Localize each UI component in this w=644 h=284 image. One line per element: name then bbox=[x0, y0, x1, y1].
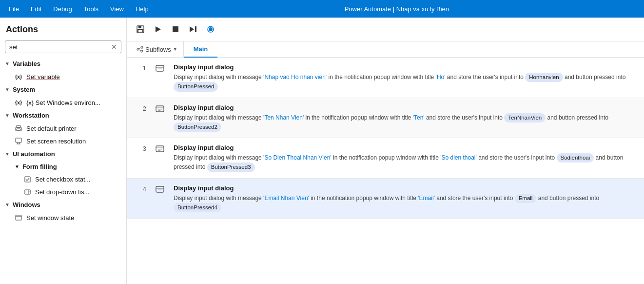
var-badge: ButtonPressed bbox=[174, 82, 218, 91]
step-title: Display input dialog bbox=[174, 104, 636, 111]
menu-edit[interactable]: Edit bbox=[26, 3, 46, 15]
section-label-workstation: Workstation bbox=[13, 112, 49, 119]
var-badge: Email bbox=[515, 194, 537, 203]
sidebar-item-set-screen-resolution[interactable]: Set screen resolution bbox=[0, 135, 126, 147]
chevron-down-icon-form: ▼ bbox=[15, 164, 20, 169]
menu-view[interactable]: View bbox=[105, 3, 129, 15]
svg-rect-13 bbox=[138, 26, 141, 28]
link-text: 'So dien thoai' bbox=[440, 154, 477, 161]
flow-content: 1 Display input dialogDisplay input dial… bbox=[127, 58, 644, 284]
svg-rect-27 bbox=[156, 65, 164, 71]
subflows-label: Subflows bbox=[145, 46, 171, 53]
step-body: Display input dialogDisplay input dialog… bbox=[174, 184, 636, 213]
subflows-icon bbox=[137, 46, 143, 53]
chevron-down-icon-ui: ▼ bbox=[5, 151, 10, 157]
content-area: Subflows ▼ Main 1 Display input dialogDi… bbox=[127, 18, 644, 284]
sidebar: Actions ✕ ▼ Variables {x} Set variable ▼… bbox=[0, 18, 127, 284]
search-box: ✕ bbox=[5, 41, 121, 53]
menu-debug[interactable]: Debug bbox=[48, 3, 77, 15]
section-label-variables: Variables bbox=[13, 60, 40, 67]
chevron-down-icon: ▼ bbox=[5, 61, 10, 66]
step-body: Display input dialogDisplay input dialog… bbox=[174, 63, 636, 92]
set-windows-environ-label: {x} Set Windows environ... bbox=[26, 99, 100, 106]
svg-rect-17 bbox=[173, 26, 178, 32]
menu-help[interactable]: Help bbox=[131, 3, 154, 15]
link-text: 'Ten' bbox=[413, 114, 425, 121]
dialog-icon bbox=[154, 63, 166, 75]
svg-rect-2 bbox=[17, 129, 20, 130]
sidebar-item-set-window-state[interactable]: Set window state bbox=[0, 211, 126, 224]
save-button[interactable] bbox=[133, 21, 148, 37]
window-icon bbox=[15, 214, 22, 222]
search-input[interactable] bbox=[9, 43, 111, 51]
var-badge: ButtonPressed4 bbox=[174, 203, 221, 212]
menu-tools[interactable]: Tools bbox=[79, 3, 103, 15]
set-checkbox-stat-label: Set checkbox stat... bbox=[35, 176, 90, 183]
set-window-state-label: Set window state bbox=[26, 214, 74, 222]
app-title: Power Automate | Nhap va xu ly Bien bbox=[154, 5, 640, 13]
var-badge: ButtonPressed3 bbox=[207, 162, 255, 172]
section-label-system: System bbox=[13, 86, 35, 93]
svg-point-23 bbox=[141, 46, 143, 48]
run-button[interactable] bbox=[150, 21, 166, 37]
sidebar-section-workstation[interactable]: ▼ Workstation bbox=[0, 109, 126, 122]
dialog-icon bbox=[154, 144, 166, 156]
dialog-icon bbox=[154, 184, 166, 196]
svg-rect-31 bbox=[156, 106, 164, 112]
sidebar-item-set-default-printer[interactable]: Set default printer bbox=[0, 122, 126, 135]
svg-line-26 bbox=[139, 50, 141, 51]
link-text: 'Ten Nhan Vien' bbox=[263, 114, 304, 121]
sidebar-section-system[interactable]: ▼ System bbox=[0, 83, 126, 96]
svg-line-25 bbox=[139, 48, 141, 49]
checkbox-icon bbox=[23, 175, 31, 183]
record-button[interactable] bbox=[203, 21, 218, 37]
sidebar-item-set-variable[interactable]: {x} Set variable bbox=[0, 70, 126, 83]
set-drop-down-lis-label: Set drop-down lis... bbox=[35, 188, 89, 196]
step-desc: Display input dialog with message 'Nhap … bbox=[174, 73, 636, 92]
tab-main[interactable]: Main bbox=[184, 41, 218, 58]
stop-button[interactable] bbox=[168, 21, 183, 37]
svg-marker-18 bbox=[190, 26, 194, 32]
step-title: Display input dialog bbox=[174, 184, 636, 192]
sidebar-item-set-drop-down-lis[interactable]: Set drop-down lis... bbox=[0, 185, 126, 198]
sidebar-content: ▼ Variables {x} Set variable ▼ System {x… bbox=[0, 57, 126, 284]
menu-file[interactable]: File bbox=[4, 3, 24, 15]
sidebar-section-windows[interactable]: ▼ Windows bbox=[0, 198, 126, 211]
flow-step-3: 3 Display input dialogDisplay input dial… bbox=[127, 138, 644, 179]
chevron-down-icon-system: ▼ bbox=[5, 87, 10, 92]
sidebar-section-ui-automation[interactable]: ▼ UI automation bbox=[0, 147, 126, 161]
section-label-ui-automation: UI automation bbox=[13, 150, 55, 158]
link-text: 'Email' bbox=[418, 195, 435, 202]
step-number: 1 bbox=[135, 63, 146, 72]
monitor-icon bbox=[15, 137, 22, 145]
svg-point-21 bbox=[209, 27, 213, 31]
var-badge: TenNhanVien bbox=[504, 113, 546, 122]
section-label-windows: Windows bbox=[13, 201, 40, 208]
svg-rect-1 bbox=[17, 125, 20, 127]
flow-step-2: 2 Display input dialogDisplay input dial… bbox=[127, 98, 644, 139]
chevron-down-icon-subflows: ▼ bbox=[173, 47, 177, 52]
flow-step-4: 4 Display input dialogDisplay input dial… bbox=[127, 179, 644, 219]
set-default-printer-label: Set default printer bbox=[26, 125, 77, 132]
step-number: 3 bbox=[135, 144, 146, 152]
sidebar-item-set-windows-environ[interactable]: {x} {x} Set Windows environ... bbox=[0, 96, 126, 109]
var-badge: ButtonPressed2 bbox=[174, 122, 221, 132]
step-title: Display input dialog bbox=[174, 63, 636, 71]
step-body: Display input dialogDisplay input dialog… bbox=[174, 144, 636, 172]
link-text: 'Ho' bbox=[436, 74, 446, 81]
link-text: 'Email Nhan Vien' bbox=[263, 195, 309, 202]
step-number: 2 bbox=[135, 104, 146, 112]
svg-marker-16 bbox=[156, 26, 161, 32]
chevron-down-icon-workstation: ▼ bbox=[5, 113, 10, 118]
sidebar-header: Actions bbox=[0, 18, 126, 39]
step-title: Display input dialog bbox=[174, 144, 636, 151]
tabs-bar: Subflows ▼ Main bbox=[127, 41, 644, 58]
next-step-button[interactable] bbox=[185, 21, 201, 37]
sidebar-section-variables[interactable]: ▼ Variables bbox=[0, 57, 126, 70]
menu-items: File Edit Debug Tools View Help bbox=[4, 3, 154, 15]
step-number: 4 bbox=[135, 184, 146, 193]
clear-icon[interactable]: ✕ bbox=[111, 43, 117, 51]
sidebar-subsection-form-filling[interactable]: ▼ Form filling bbox=[0, 161, 126, 173]
sidebar-item-set-checkbox-stat[interactable]: Set checkbox stat... bbox=[0, 173, 126, 185]
tab-subflows[interactable]: Subflows ▼ bbox=[131, 41, 184, 57]
